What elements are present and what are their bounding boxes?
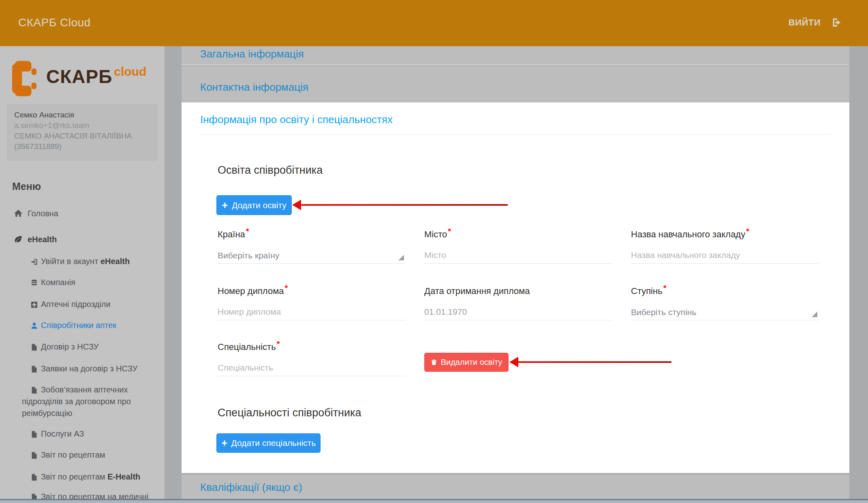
top-header-bar: СКАРБ Cloud ВИЙТИ <box>0 0 868 46</box>
required-asterisk: * <box>448 227 451 236</box>
specialty-input[interactable] <box>218 360 405 376</box>
logo-cloud-text: cloud <box>114 65 146 79</box>
select-caret-icon <box>812 311 817 317</box>
sidebar: СКАРБ cloud Семко Анастасія a.semko+1@rk… <box>0 46 165 499</box>
field-country: Країна* Виберіть країну <box>218 227 405 264</box>
user-md-icon <box>30 321 41 330</box>
file-icon <box>30 472 41 481</box>
field-degree: Ступінь* Виберіть ступінь <box>631 283 819 321</box>
sidebar-item-prescription-report[interactable]: Звіт по рецептам <box>0 450 165 460</box>
add-specialty-button[interactable]: Додати спеціальність <box>216 433 321 453</box>
field-school: Назва навчального закладу* <box>631 227 819 264</box>
file-icon <box>30 342 41 351</box>
sidebar-item-pharmacy-units[interactable]: Аптечні підрозділи <box>0 299 165 310</box>
skarb-logo-icon <box>12 61 37 98</box>
sidebar-item-nszu-contract[interactable]: Договір з НСЗУ <box>0 341 165 352</box>
section-general-info[interactable]: Загальна інформація <box>182 46 849 65</box>
plus-square-icon <box>30 300 41 309</box>
required-asterisk: * <box>246 227 249 236</box>
sidebar-item-home[interactable]: Головна <box>0 208 165 219</box>
file-icon <box>30 492 41 499</box>
file-icon <box>30 364 41 373</box>
user-email: a.semko+1@rks.team <box>14 120 150 131</box>
trash-icon <box>431 359 437 366</box>
country-select[interactable]: Виберіть країну <box>218 247 405 264</box>
user-full-name: СЕМКО АНАСТАСІЯ ВІТАЛІЇВНА <box>14 131 150 141</box>
database-icon <box>30 278 41 287</box>
menu-heading: Меню <box>12 181 41 192</box>
section-qualifications[interactable]: Кваліфікації (якщо є) <box>182 475 849 499</box>
file-icon <box>30 450 41 459</box>
sidebar-item-ehealth[interactable]: eHealth <box>0 234 165 245</box>
required-asterisk: * <box>285 283 288 292</box>
app-window: СКАРБ Cloud ВИЙТИ СКАРБ cloud <box>0 0 868 503</box>
user-name: Семко Анастасія <box>14 110 150 120</box>
education-heading: Освіта співробітника <box>218 164 323 177</box>
annotation-arrow-add-education <box>301 204 508 206</box>
sidebar-item-pharmacy-staff[interactable]: Співробітники аптек <box>0 320 165 331</box>
sign-out-icon <box>831 17 842 28</box>
sidebar-item-prescription-report-ehealth[interactable]: Звіт по рецептам E-Health <box>0 471 165 482</box>
home-icon <box>14 209 28 218</box>
degree-select[interactable]: Виберіть ступінь <box>631 304 819 320</box>
required-asterisk: * <box>746 227 749 236</box>
section-qualifications-title[interactable]: Кваліфікації (якщо є) <box>200 481 302 494</box>
sign-in-icon <box>30 257 41 266</box>
required-asterisk: * <box>663 283 667 292</box>
field-diploma-date: Дата отримання диплома <box>424 283 612 321</box>
field-diploma-number: Номер диплома* <box>218 283 405 321</box>
section-education-panel: Інформація про освіту і спеціальностях О… <box>182 102 849 473</box>
file-icon <box>30 385 41 394</box>
field-specialty: Спеціальність* <box>218 339 405 377</box>
app-logo: СКАРБ cloud <box>12 59 146 98</box>
diploma-number-input[interactable] <box>218 304 405 320</box>
select-caret-icon <box>398 255 404 260</box>
specialties-heading: Спеціальності співробітника <box>218 407 361 419</box>
sidebar-item-prescription-report-medical[interactable]: Звіт по рецептам на медичні <box>0 491 165 499</box>
sidebar-item-az-services[interactable]: Послуги АЗ <box>0 428 165 439</box>
section-education-title[interactable]: Інформація про освіту і спеціальностях <box>200 113 393 126</box>
file-icon <box>30 429 41 438</box>
city-input[interactable] <box>424 247 612 263</box>
delete-education-button[interactable]: Видалити освіту <box>424 353 509 372</box>
logout-label: ВИЙТИ <box>789 17 821 28</box>
section-divider <box>200 134 831 135</box>
sidebar-item-reimbursement-obligations[interactable]: Зобов’язання аптечних підрозділів за дог… <box>0 384 146 419</box>
section-contact-info-title[interactable]: Контактна інформація <box>200 81 308 94</box>
horizontal-scrollbar[interactable] <box>0 499 868 503</box>
user-tax-id: (3567311889) <box>14 141 150 152</box>
add-education-button[interactable]: Додати освіту <box>216 195 292 215</box>
plus-icon <box>222 202 228 209</box>
school-input[interactable] <box>631 247 819 263</box>
user-info-box: Семко Анастасія a.semko+1@rks.team СЕМКО… <box>7 104 157 160</box>
sidebar-item-ehealth-login[interactable]: Увійти в акаунт eHealth <box>0 256 165 267</box>
leaf-icon <box>14 235 28 244</box>
section-contact-info[interactable]: Контактна інформація <box>182 66 849 102</box>
annotation-arrow-delete-education <box>518 361 671 363</box>
logo-text: СКАРБ <box>46 59 112 94</box>
logout-button[interactable]: ВИЙТИ <box>789 17 842 28</box>
diploma-date-input[interactable] <box>424 304 612 320</box>
sidebar-item-company[interactable]: Компанія <box>0 277 165 288</box>
plus-icon <box>221 440 228 446</box>
required-asterisk: * <box>277 339 280 348</box>
section-general-info-title[interactable]: Загальна інформація <box>200 48 304 60</box>
sidebar-item-nszu-applications[interactable]: Заявки на договір з НСЗУ <box>0 363 165 374</box>
field-city: Місто* <box>424 227 612 264</box>
app-brand-title: СКАРБ Cloud <box>18 16 91 29</box>
